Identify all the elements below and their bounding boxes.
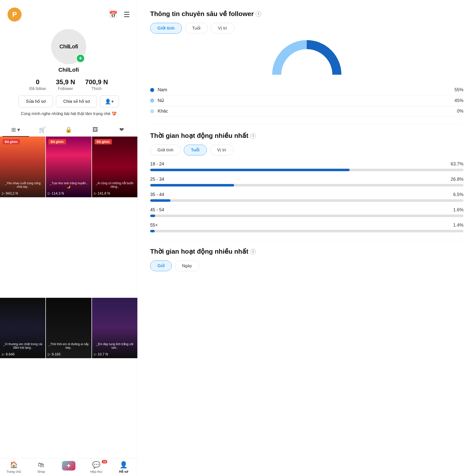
video-cell-5[interactable]: _Thôi thôi em ơi đường ai nấy bay.. ▷ 9.… — [46, 298, 91, 358]
profile-nav-icon: 👤 — [120, 461, 128, 469]
follower-info-icon[interactable]: ℹ — [256, 11, 261, 17]
tab-videos[interactable]: ⊞ ▾ — [3, 124, 29, 136]
pinned-badge-1: Đã ghim — [3, 139, 20, 144]
video-caption-1: _Yêu nhau cuối cùng cũng chia tay.. — [2, 181, 43, 188]
age-bar-35-44: 35 - 44 6.5% — [150, 192, 463, 202]
bar-track-2 — [150, 184, 463, 186]
legend-male: Nam 55% — [150, 85, 463, 95]
username: ChilLofi — [58, 67, 79, 73]
create-button[interactable]: + — [62, 461, 75, 470]
left-panel: P 📅 ☰ ChilLofi + ChilLofi 0 Đã follow 35… — [0, 0, 138, 476]
pinned-badge-3: Đã ghim — [94, 139, 112, 144]
filter-gender[interactable]: Giới tính — [150, 23, 182, 34]
likes-stat[interactable]: 700,9 N Thích — [85, 78, 108, 91]
shop-icon: 🛍 — [38, 461, 44, 469]
video-grid: Đã ghim _Yêu nhau cuối cùng cũng chia ta… — [0, 137, 137, 458]
activity-filter-hour[interactable]: Giờ — [150, 260, 172, 271]
follow-count: 0 — [29, 78, 46, 86]
follower-insights-title: Thông tin chuyên sâu về follower ℹ — [150, 10, 463, 18]
age-pct-4: 1.6% — [453, 207, 463, 213]
divider-1 — [150, 124, 463, 124]
view-count-6: ▷ 10,7 N — [94, 352, 108, 356]
avatar-add-button[interactable]: + — [76, 54, 85, 63]
video-caption-2: _Tựa như ánh trăng huyền.. 🌙 — [48, 181, 89, 188]
male-label: Nam — [158, 87, 454, 92]
age-range-1: 18 - 24 — [150, 161, 164, 167]
view-count-1: ▷ 943,2 N — [2, 191, 18, 195]
follow-label: Đã follow — [29, 86, 46, 91]
activity-filter-location[interactable]: Vị trí — [210, 145, 233, 155]
activity-info-icon-2[interactable]: ℹ — [250, 249, 256, 254]
video-cell-3[interactable]: Đã ghim _Ai cũng có những nỗi buồn riêng… — [92, 137, 137, 197]
female-label: Nữ — [158, 98, 454, 103]
activity-filter-day[interactable]: Ngày — [175, 260, 199, 271]
donut-svg — [272, 40, 342, 77]
age-pct-3: 6.5% — [453, 192, 463, 197]
nav-shop[interactable]: 🛍 Shop — [28, 461, 55, 473]
bar-track-1 — [150, 169, 463, 171]
age-range-2: 25 - 34 — [150, 177, 164, 182]
stats-row: 0 Đã follow 35,9 N Follower 700,9 N Thíc… — [29, 78, 108, 91]
video-cell-4[interactable]: _Vì thương em nhất trong cái đầm trái lạ… — [0, 298, 45, 358]
avatar-logo: ChilLofi — [59, 43, 78, 50]
legend-other: Khác 0% — [150, 106, 463, 117]
filter-location[interactable]: Vị trí — [211, 23, 234, 34]
add-friend-button[interactable]: 👤+ — [100, 96, 119, 107]
nav-inbox-label: Hộp thư — [90, 470, 102, 473]
follow-stat[interactable]: 0 Đã follow — [29, 78, 46, 91]
nav-home[interactable]: 🏠 Trang chủ — [0, 461, 28, 473]
nav-create[interactable]: + — [55, 461, 82, 473]
nav-inbox[interactable]: 💬 14 Hộp thư — [82, 461, 110, 473]
bar-fill-4 — [150, 215, 155, 217]
pinned-badge-2: Đã ghim — [48, 139, 66, 144]
likes-count: 700,9 N — [85, 78, 108, 86]
bar-fill-1 — [150, 169, 350, 171]
share-profile-button[interactable]: Chia sẻ hồ sơ — [56, 96, 97, 107]
age-range-3: 35 - 44 — [150, 192, 164, 197]
follower-stat[interactable]: 35,9 N Follower — [56, 78, 75, 91]
video-cell-2[interactable]: Đã ghim _Tựa như ánh trăng huyền.. 🌙 ▷ 1… — [46, 137, 91, 197]
legend-female: Nữ 45% — [150, 95, 463, 106]
view-count-4: ▷ 8.646 — [2, 352, 15, 356]
right-panel: Thông tin chuyên sâu về follower ℹ Giới … — [138, 0, 476, 476]
bar-track-5 — [150, 230, 463, 232]
view-count-3: ▷ 141,6 N — [94, 191, 110, 195]
tab-liked[interactable]: ❤ — [108, 124, 135, 136]
age-bar-25-34: 25 - 34 26.8% — [150, 177, 463, 186]
top-icons: 📅 ☰ — [109, 11, 130, 19]
bio: Cùng mình nghe những bài hát thật tâm tr… — [13, 111, 124, 116]
calendar-icon[interactable]: 📅 — [109, 11, 118, 19]
edit-profile-button[interactable]: Sửa hồ sơ — [19, 96, 53, 107]
home-icon: 🏠 — [10, 461, 18, 469]
video-cell-1[interactable]: Đã ghim _Yêu nhau cuối cùng cũng chia ta… — [0, 137, 45, 197]
menu-icon[interactable]: ☰ — [124, 11, 130, 19]
bar-fill-5 — [150, 230, 155, 232]
video-cell-6[interactable]: _Em đẹp lụng linh trắng với sao.. ▷ 10,7… — [92, 298, 137, 358]
inbox-badge: 14 — [102, 460, 107, 463]
bar-fill-2 — [150, 184, 234, 186]
tab-locked[interactable]: 🔒 — [55, 124, 82, 136]
nav-profile[interactable]: 👤 Hồ sơ — [110, 461, 137, 473]
activity-filter-age[interactable]: Tuổi — [184, 145, 207, 155]
other-pct: 0% — [457, 109, 463, 114]
top-bar: P 📅 ☰ — [0, 0, 137, 24]
filter-age[interactable]: Tuổi — [185, 23, 208, 34]
follower-count: 35,9 N — [56, 78, 75, 86]
likes-label: Thích — [85, 86, 108, 91]
action-buttons: Sửa hồ sơ Chia sẻ hồ sơ 👤+ — [11, 96, 126, 107]
avatar-wrapper: ChilLofi + — [51, 29, 86, 64]
view-count-5: ▷ 9.183 — [48, 352, 60, 356]
video-caption-3: _Ai cũng có những nỗi buồn riêng.. — [94, 181, 135, 188]
nav-home-label: Trang chủ — [6, 470, 21, 473]
bar-track-3 — [150, 199, 463, 202]
activity-filter-gender[interactable]: Giới tính — [150, 145, 181, 155]
gender-legend: Nam 55% Nữ 45% Khác 0% — [150, 85, 463, 117]
male-pct: 55% — [454, 87, 463, 92]
tab-tagged[interactable]: 🖼 — [82, 124, 109, 136]
profile-p-icon[interactable]: P — [8, 8, 22, 22]
male-dot — [150, 88, 154, 92]
activity-info-icon-1[interactable]: ℹ — [250, 133, 256, 139]
female-dot — [150, 99, 154, 103]
tab-shop[interactable]: 🛒 — [29, 124, 56, 136]
age-bar-55plus: 55+ 1.4% — [150, 223, 463, 232]
